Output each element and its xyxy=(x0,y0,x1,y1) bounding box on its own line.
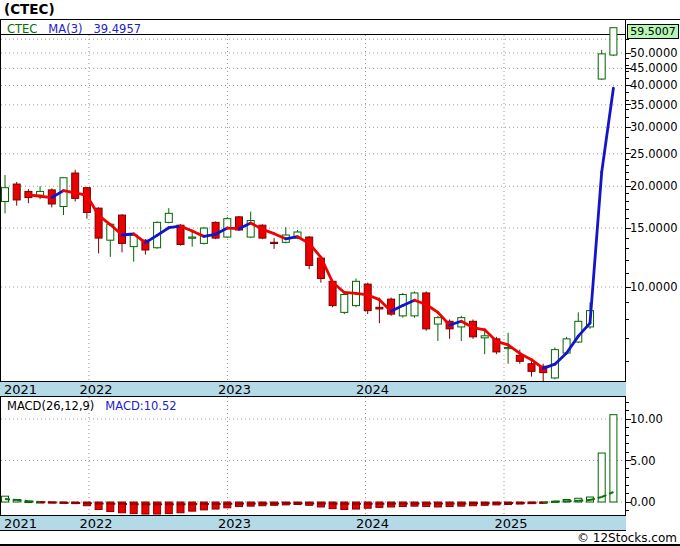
price-axis-label: 45.0000 xyxy=(630,61,678,75)
year-label: 2022 xyxy=(74,382,118,397)
symbol-label: CTEC xyxy=(7,22,37,36)
macd-axis-label: 10.00 xyxy=(630,412,663,426)
axis-tick xyxy=(625,71,629,72)
year-label: 2024 xyxy=(351,516,395,531)
axis-tick xyxy=(625,65,629,66)
axis-tick xyxy=(625,165,629,166)
macd-chart-svg xyxy=(1,397,625,515)
axis-tick xyxy=(625,39,629,40)
axis-tick xyxy=(625,493,629,494)
macd-axis-label: 5.00 xyxy=(630,454,656,468)
axis-tick xyxy=(625,100,629,101)
axis-tick xyxy=(625,117,629,118)
year-label: 2025 xyxy=(489,516,533,531)
year-label: 2023 xyxy=(213,382,257,397)
axis-tick xyxy=(625,238,629,239)
axis-tick xyxy=(625,402,629,403)
axis-tick xyxy=(625,179,629,180)
ma-value: 39.4957 xyxy=(93,22,141,36)
price-axis-label: 50.0000 xyxy=(630,46,678,60)
macd-pane: MACD(26,12,9)MACD:10.52 xyxy=(0,396,626,516)
year-label: 2025 xyxy=(489,382,533,397)
axis-tick xyxy=(625,468,629,469)
axis-tick xyxy=(625,209,629,210)
macd-legend: MACD(26,12,9)MACD:10.52 xyxy=(7,399,188,413)
axis-tick xyxy=(625,137,629,138)
price-axis-label: 10.0000 xyxy=(630,280,678,294)
axis-tick xyxy=(625,92,629,93)
watermark: © 12Stocks.com xyxy=(577,531,677,545)
price-axis-label: 40.0000 xyxy=(630,78,678,92)
price-axis-label: 20.0000 xyxy=(630,179,678,193)
price-axis-label: 25.0000 xyxy=(630,147,678,161)
axis-tick xyxy=(625,443,629,444)
axis-tick xyxy=(625,427,629,428)
chart-title: (CTEC) xyxy=(4,1,55,17)
price-chart-svg xyxy=(1,20,625,381)
axis-tick xyxy=(625,260,629,261)
axis-tick xyxy=(625,218,629,219)
ma-label: MA(3) xyxy=(48,22,82,36)
year-label: 2021 xyxy=(4,516,37,531)
axis-tick xyxy=(625,109,629,110)
axis-tick xyxy=(625,435,629,436)
axis-tick xyxy=(625,510,629,511)
axis-tick xyxy=(625,201,629,202)
axis-tick xyxy=(625,302,629,303)
axis-tick xyxy=(625,248,629,249)
top-border-extension xyxy=(626,19,680,20)
axis-tick xyxy=(625,452,629,453)
axis-tick xyxy=(625,78,629,79)
axis-tick xyxy=(625,58,629,59)
axis-tick xyxy=(625,338,629,339)
last-price-badge: 59.5007 xyxy=(627,24,679,39)
year-label: 2024 xyxy=(351,382,395,397)
axis-tick xyxy=(625,410,629,411)
year-label: 2022 xyxy=(74,516,118,531)
year-label: 2021 xyxy=(4,382,37,397)
price-legend: CTECMA(3)39.4957 xyxy=(7,22,152,36)
axis-tick xyxy=(625,159,629,160)
macd-value-label: MACD:10.52 xyxy=(105,399,176,413)
axis-tick xyxy=(625,485,629,486)
year-label: 2023 xyxy=(213,516,257,531)
axis-tick xyxy=(625,319,629,320)
price-axis-label: 35.0000 xyxy=(630,98,678,112)
macd-axis-label: 0.00 xyxy=(630,495,656,509)
macd-params-label: MACD(26,12,9) xyxy=(7,399,94,413)
price-pane: CTECMA(3)39.4957 xyxy=(0,19,626,382)
axis-tick xyxy=(625,172,629,173)
axis-tick xyxy=(625,148,629,149)
axis-tick xyxy=(625,477,629,478)
x-axis-band-top: 20212022202320242025 xyxy=(0,381,626,397)
chart-root: (CTEC) CTECMA(3)39.4957 2021202220232024… xyxy=(0,0,680,546)
x-axis-band-bottom: 20212022202320242025 xyxy=(0,515,626,531)
price-axis-label: 30.0000 xyxy=(630,120,678,134)
price-axis-label: 15.0000 xyxy=(630,221,678,235)
axis-tick xyxy=(625,193,629,194)
axis-tick xyxy=(625,361,629,362)
axis-tick xyxy=(625,273,629,274)
